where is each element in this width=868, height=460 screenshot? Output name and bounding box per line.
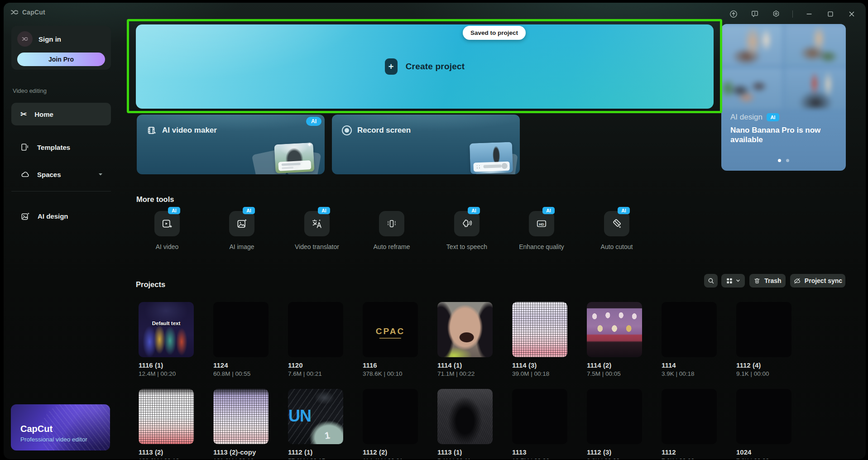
ai-design-icon xyxy=(20,211,30,221)
project-item[interactable]: 1114 (2) 7.5M | 00:05 xyxy=(587,302,642,377)
chevron-down-icon[interactable] xyxy=(97,172,104,177)
project-name: 1116 (1) xyxy=(139,361,194,369)
project-item[interactable]: 1113 (2) 128.6M | 00:18 xyxy=(139,389,194,459)
auto-reframe-icon xyxy=(386,218,398,230)
tool-auto-cutout[interactable]: AI Auto cutout xyxy=(585,211,648,250)
sidebar-item-home[interactable]: ✂ Home xyxy=(11,103,111,125)
project-thumbnail[interactable]: Default text xyxy=(139,302,194,357)
tool-label: AI image xyxy=(229,243,254,250)
project-thumbnail[interactable] xyxy=(437,302,493,357)
upload-icon[interactable] xyxy=(729,9,739,19)
project-item[interactable]: UN 1 1112 (1) 57.8M | 00:15 xyxy=(288,389,343,459)
project-stats: 114.4M | 00:21 xyxy=(363,457,418,459)
project-item[interactable]: 1124 60.8M | 00:55 xyxy=(213,302,269,377)
project-thumbnail[interactable] xyxy=(288,302,343,357)
sidebar-promo-banner[interactable]: CapCut Professional video editor xyxy=(11,404,110,450)
thumbnail-big-text: UN xyxy=(288,407,311,426)
project-name: 1024 xyxy=(736,448,791,456)
trash-label: Trash xyxy=(764,277,781,284)
project-item[interactable]: 1114 (1) 71.1M | 00:22 xyxy=(437,302,493,377)
project-item[interactable]: 1112 (4) 9.1K | 00:00 xyxy=(736,302,791,377)
project-thumbnail[interactable] xyxy=(512,302,567,357)
project-item[interactable]: 1024 7.8K | 00:00 xyxy=(736,389,791,459)
auto-cutout-icon xyxy=(611,218,623,230)
tool-enhance-quality[interactable]: AI HD Enhance quality xyxy=(510,211,573,250)
project-thumbnail[interactable] xyxy=(662,389,717,444)
project-item[interactable]: CPAC 1116 378.6K | 00:10 xyxy=(363,302,418,377)
project-name: 1112 (4) xyxy=(736,361,791,369)
project-item[interactable]: 1112 (3) 9.0K | 00:00 xyxy=(587,389,642,459)
project-item[interactable]: 1113 (1) 5.1M | 00:11 xyxy=(437,389,493,459)
create-project-label: Create project xyxy=(406,62,465,72)
record-screen-card[interactable]: Record screen xyxy=(332,115,520,174)
sidebar-item-spaces[interactable]: Spaces xyxy=(11,163,111,186)
project-sync-button[interactable]: Project sync xyxy=(790,274,845,288)
promo-headline: Nano Banana Pro is now available xyxy=(730,125,834,144)
project-stats: 71.1M | 00:22 xyxy=(437,370,493,377)
ai-badge: AI xyxy=(618,207,630,214)
ai-video-maker-card[interactable]: AI AI video maker ✦ xyxy=(137,115,325,174)
project-stats: 9.1K | 00:00 xyxy=(736,370,791,377)
sidebar-item-label: Home xyxy=(34,110,53,118)
project-name: 1120 xyxy=(288,361,343,369)
project-stats: 39.0M | 00:18 xyxy=(512,370,567,377)
search-button[interactable] xyxy=(704,274,718,288)
project-thumbnail[interactable] xyxy=(363,389,418,444)
signin-button[interactable]: Sign in xyxy=(17,31,105,47)
ai-design-promo-card[interactable]: AI design AI Nano Banana Pro is now avai… xyxy=(721,24,846,171)
project-thumbnail[interactable] xyxy=(213,389,269,444)
project-thumbnail[interactable] xyxy=(512,389,567,444)
close-button[interactable] xyxy=(847,9,857,19)
tool-label: Text to speech xyxy=(446,243,487,250)
minimize-button[interactable] xyxy=(804,9,814,19)
project-thumbnail[interactable] xyxy=(139,389,194,444)
sidebar-item-templates[interactable]: Templates xyxy=(11,136,111,158)
project-thumbnail[interactable] xyxy=(213,302,269,357)
join-pro-button[interactable]: Join Pro xyxy=(17,53,105,66)
feedback-icon[interactable] xyxy=(750,9,760,19)
project-item[interactable]: 1114 (3) 39.0M | 00:18 xyxy=(512,302,567,377)
project-item[interactable]: 1112 7.0K | 00:00 xyxy=(662,389,717,459)
project-name: 1113 (1) xyxy=(437,448,493,456)
tool-auto-reframe[interactable]: Auto reframe xyxy=(360,211,423,250)
carousel-dot[interactable] xyxy=(786,159,789,162)
tool-label: AI video xyxy=(156,243,179,250)
project-thumbnail[interactable]: CPAC xyxy=(363,302,418,357)
maximize-button[interactable] xyxy=(825,9,835,19)
project-stats: 7.6M | 00:21 xyxy=(288,370,343,377)
project-item[interactable]: 1112 (2) 114.4M | 00:21 xyxy=(363,389,418,459)
card-preview-photo xyxy=(470,142,513,174)
tool-video-translator[interactable]: AI Video translator xyxy=(285,211,349,250)
project-thumbnail[interactable] xyxy=(736,302,791,357)
create-project-banner[interactable]: + Create project xyxy=(136,24,714,109)
sidebar-item-ai-design[interactable]: AI design xyxy=(11,206,111,226)
project-item[interactable]: 1113 (2)-copy 121.6M | 00:18 xyxy=(213,389,269,459)
project-thumbnail[interactable] xyxy=(587,389,642,444)
project-thumbnail[interactable]: UN 1 xyxy=(288,389,343,444)
project-item[interactable]: 1113 13.7M | 00:26 xyxy=(512,389,567,459)
view-toggle-button[interactable] xyxy=(721,274,745,288)
project-thumbnail[interactable] xyxy=(437,389,493,444)
project-item[interactable]: 1114 3.9K | 00:18 xyxy=(662,302,717,377)
carousel-dot-active[interactable] xyxy=(778,159,781,162)
project-stats: 5.1M | 00:11 xyxy=(437,457,493,459)
saved-to-project-tooltip: Saved to project xyxy=(463,26,526,40)
settings-icon[interactable] xyxy=(771,9,781,19)
trash-button[interactable]: Trash xyxy=(749,274,786,288)
projects-heading: Projects xyxy=(136,280,165,289)
tool-ai-image[interactable]: AI AI image xyxy=(210,211,273,250)
project-stats: 128.6M | 00:18 xyxy=(139,457,194,459)
more-tools-heading: More tools xyxy=(136,195,174,204)
tool-label: Auto reframe xyxy=(374,243,410,250)
tool-ai-video[interactable]: AI AI video xyxy=(135,211,199,250)
project-thumbnail[interactable] xyxy=(662,302,717,357)
project-item[interactable]: Default text 1116 (1) 12.4M | 00:20 xyxy=(139,302,194,377)
tool-text-to-speech[interactable]: AI Text to speech xyxy=(435,211,499,250)
project-thumbnail[interactable] xyxy=(587,302,642,357)
project-thumbnail[interactable] xyxy=(736,389,791,444)
project-item[interactable]: 1120 7.6M | 00:21 xyxy=(288,302,343,377)
sidebar-item-label: Spaces xyxy=(37,171,61,178)
project-name: 1114 xyxy=(662,361,717,369)
ai-image-icon xyxy=(236,218,248,230)
project-name: 1112 (3) xyxy=(587,448,642,456)
